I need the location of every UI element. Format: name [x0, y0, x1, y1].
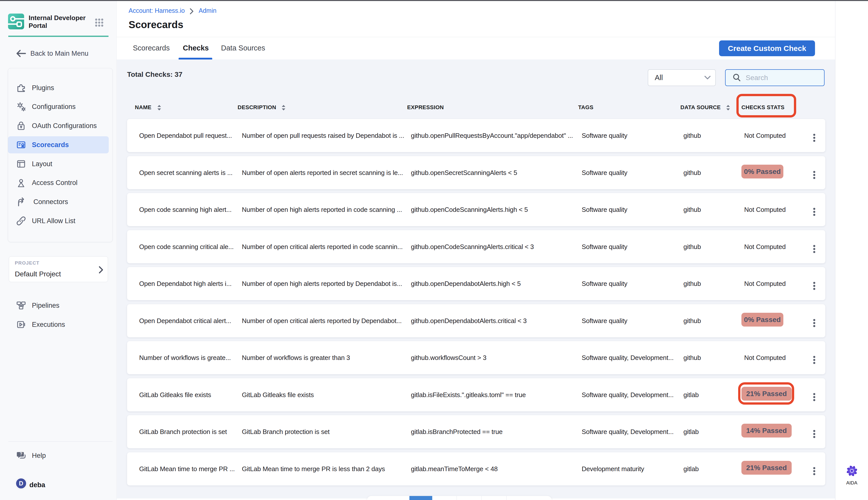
svg-text:?: ?	[20, 452, 22, 456]
